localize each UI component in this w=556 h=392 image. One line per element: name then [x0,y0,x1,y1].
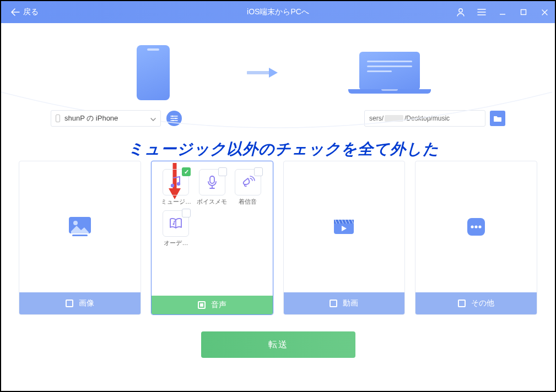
voicememo-label: ボイスメモ [197,198,227,206]
device-name: shunP の iPhone [64,113,118,123]
category-other-footer[interactable]: その他 [415,292,537,314]
svg-rect-10 [210,176,214,183]
video-icon [332,215,356,239]
svg-point-8 [171,184,174,187]
svg-point-17 [479,225,482,228]
phone-icon [137,45,170,100]
device-options-button[interactable] [166,111,182,126]
image-label: 画像 [79,298,94,308]
svg-point-0 [459,9,462,12]
account-icon[interactable] [450,1,471,23]
chevron-down-icon [150,115,156,123]
other-checkbox[interactable] [458,300,466,307]
svg-rect-13 [334,220,354,224]
video-checkbox[interactable] [330,300,337,307]
menu-icon[interactable] [471,1,492,23]
path-prefix: sers/ [369,115,384,122]
destination-path[interactable]: sers/ /Desktop/music [364,110,485,127]
window-title: iOS端末からPCへ [247,7,309,17]
category-audio-footer[interactable]: 音声 [152,296,273,314]
image-checkbox[interactable] [66,300,73,307]
other-icon [464,215,488,239]
back-arrow-icon [11,8,20,16]
annotation-text: ミュージック以外のチェックを全て外した [128,139,555,160]
flow-arrow-icon [247,66,282,79]
audio-checkbox[interactable] [198,301,206,309]
laptop-icon [359,52,420,94]
audiobook-label: オーデ… [164,239,188,247]
transfer-button[interactable]: 転送 [201,331,355,358]
category-video[interactable]: 動画 [283,161,406,315]
back-button[interactable]: 戻る [11,7,39,17]
category-image[interactable]: 画像 [19,161,141,315]
content: shunP の iPhone sers/ /Desktop/music ミュージ… [1,23,555,358]
svg-rect-7 [72,235,88,236]
svg-point-4 [172,120,174,122]
music-icon[interactable] [163,169,189,195]
ringtone-icon[interactable] [235,169,261,195]
audiobook-icon[interactable] [163,210,189,237]
browse-folder-button[interactable] [490,111,505,126]
other-label: その他 [471,298,494,308]
image-icon [68,215,92,239]
svg-point-16 [475,225,478,228]
minimize-button[interactable] [492,1,513,23]
close-button[interactable] [534,1,555,23]
sub-item-ringtone: 着信音 [231,169,264,206]
category-row: 画像 ミュージ… ボイスメモ [19,161,537,315]
phone-mini-icon [56,115,60,122]
category-video-footer[interactable]: 動画 [284,292,405,314]
maximize-button[interactable] [513,1,534,23]
sub-item-voicememo: ボイスメモ [195,169,229,206]
svg-rect-1 [521,10,526,15]
category-other[interactable]: その他 [415,161,537,315]
audio-subgrid: ミュージ… ボイスメモ 着信音 [152,161,273,296]
svg-point-9 [177,182,180,186]
sub-item-audiobook: オーデ… [159,210,193,247]
destination-group: sers/ /Desktop/music [364,110,505,127]
audio-label: 音声 [211,300,226,310]
transfer-flow [12,45,544,100]
category-audio[interactable]: ミュージ… ボイスメモ 着信音 [151,161,273,315]
device-dropdown[interactable]: shunP の iPhone [51,110,161,127]
transfer-label: 転送 [268,339,288,351]
category-image-footer[interactable]: 画像 [19,292,141,314]
titlebar: 戻る iOS端末からPCへ [1,1,555,23]
ringtone-label: 着信音 [239,198,257,206]
svg-point-3 [175,118,177,119]
video-label: 動画 [343,298,358,308]
svg-point-2 [172,116,174,117]
titlebar-right [450,1,555,23]
path-suffix: /Desktop/music [404,115,450,122]
path-redacted [385,115,403,122]
svg-point-15 [471,225,474,228]
device-select-group: shunP の iPhone [51,110,182,127]
voicememo-icon[interactable] [199,169,225,195]
selectors-row: shunP の iPhone sers/ /Desktop/music [51,110,505,127]
svg-point-6 [73,221,78,225]
back-label: 戻る [23,7,39,17]
